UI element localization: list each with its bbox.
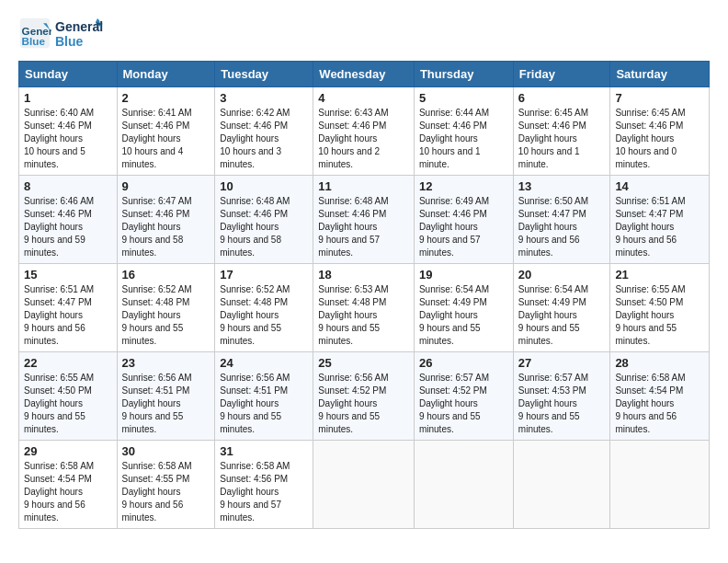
- logo: General Blue General Blue: [18, 15, 103, 52]
- day-info: Sunrise: 6:57 AM Sunset: 4:53 PM Dayligh…: [518, 373, 588, 434]
- day-number: 14: [615, 179, 704, 193]
- day-number: 7: [615, 91, 704, 105]
- day-info: Sunrise: 6:51 AM Sunset: 4:47 PM Dayligh…: [24, 284, 94, 346]
- day-number: 15: [24, 268, 112, 282]
- day-info: Sunrise: 6:45 AM Sunset: 4:46 PM Dayligh…: [615, 108, 685, 169]
- day-info: Sunrise: 6:54 AM Sunset: 4:49 PM Dayligh…: [419, 284, 489, 346]
- calendar-cell: 14 Sunrise: 6:51 AM Sunset: 4:47 PM Dayl…: [610, 176, 710, 264]
- calendar-day-header: Monday: [117, 62, 215, 87]
- calendar-cell: 26 Sunrise: 6:57 AM Sunset: 4:52 PM Dayl…: [414, 352, 513, 441]
- day-info: Sunrise: 6:44 AM Sunset: 4:46 PM Dayligh…: [419, 108, 489, 169]
- day-info: Sunrise: 6:48 AM Sunset: 4:46 PM Dayligh…: [318, 196, 388, 258]
- calendar-week-row: 22 Sunrise: 6:55 AM Sunset: 4:50 PM Dayl…: [19, 352, 710, 441]
- day-info: Sunrise: 6:57 AM Sunset: 4:52 PM Dayligh…: [419, 373, 489, 434]
- day-number: 11: [318, 179, 409, 193]
- day-info: Sunrise: 6:54 AM Sunset: 4:49 PM Dayligh…: [518, 284, 588, 346]
- day-number: 25: [318, 356, 409, 370]
- day-number: 4: [318, 91, 409, 105]
- calendar-week-row: 29 Sunrise: 6:58 AM Sunset: 4:54 PM Dayl…: [19, 441, 710, 529]
- day-number: 21: [615, 268, 704, 282]
- day-number: 28: [615, 356, 704, 370]
- calendar-cell: 11 Sunrise: 6:48 AM Sunset: 4:46 PM Dayl…: [313, 176, 415, 264]
- day-info: Sunrise: 6:40 AM Sunset: 4:46 PM Dayligh…: [24, 108, 94, 169]
- calendar-day-header: Wednesday: [313, 62, 415, 87]
- logo-icon: General Blue: [18, 17, 51, 50]
- calendar-cell: 4 Sunrise: 6:43 AM Sunset: 4:46 PM Dayli…: [313, 87, 415, 176]
- calendar-day-header: Thursday: [414, 62, 513, 87]
- svg-text:Blue: Blue: [55, 34, 84, 49]
- day-number: 5: [419, 91, 508, 105]
- calendar-cell: 21 Sunrise: 6:55 AM Sunset: 4:50 PM Dayl…: [610, 264, 710, 352]
- day-info: Sunrise: 6:56 AM Sunset: 4:51 PM Dayligh…: [122, 373, 192, 434]
- calendar-day-header: Tuesday: [215, 62, 313, 87]
- calendar-cell: [313, 441, 415, 529]
- calendar-week-row: 15 Sunrise: 6:51 AM Sunset: 4:47 PM Dayl…: [19, 264, 710, 352]
- page: General Blue General Blue: [0, 0, 728, 547]
- day-info: Sunrise: 6:51 AM Sunset: 4:47 PM Dayligh…: [615, 196, 685, 258]
- day-number: 22: [24, 356, 112, 370]
- day-number: 12: [419, 179, 508, 193]
- day-info: Sunrise: 6:42 AM Sunset: 4:46 PM Dayligh…: [220, 108, 290, 169]
- calendar-cell: [513, 441, 610, 529]
- calendar-cell: 9 Sunrise: 6:47 AM Sunset: 4:46 PM Dayli…: [117, 176, 215, 264]
- day-number: 26: [419, 356, 508, 370]
- day-info: Sunrise: 6:52 AM Sunset: 4:48 PM Dayligh…: [122, 284, 192, 346]
- day-number: 10: [220, 179, 308, 193]
- day-info: Sunrise: 6:52 AM Sunset: 4:48 PM Dayligh…: [220, 284, 290, 346]
- calendar-day-header: Saturday: [610, 62, 710, 87]
- calendar-cell: 2 Sunrise: 6:41 AM Sunset: 4:46 PM Dayli…: [117, 87, 215, 176]
- day-number: 24: [220, 356, 308, 370]
- day-number: 17: [220, 268, 308, 282]
- calendar-cell: [610, 441, 710, 529]
- calendar-table: SundayMondayTuesdayWednesdayThursdayFrid…: [18, 61, 710, 529]
- day-number: 9: [122, 179, 210, 193]
- calendar-cell: 19 Sunrise: 6:54 AM Sunset: 4:49 PM Dayl…: [414, 264, 513, 352]
- day-number: 13: [518, 179, 606, 193]
- calendar-cell: 13 Sunrise: 6:50 AM Sunset: 4:47 PM Dayl…: [513, 176, 610, 264]
- day-info: Sunrise: 6:47 AM Sunset: 4:46 PM Dayligh…: [122, 196, 192, 258]
- calendar-cell: 18 Sunrise: 6:53 AM Sunset: 4:48 PM Dayl…: [313, 264, 415, 352]
- svg-text:Blue: Blue: [22, 35, 46, 47]
- day-number: 1: [24, 91, 112, 105]
- day-info: Sunrise: 6:53 AM Sunset: 4:48 PM Dayligh…: [318, 284, 388, 346]
- calendar-cell: 16 Sunrise: 6:52 AM Sunset: 4:48 PM Dayl…: [117, 264, 215, 352]
- calendar-cell: 22 Sunrise: 6:55 AM Sunset: 4:50 PM Dayl…: [19, 352, 118, 441]
- day-info: Sunrise: 6:55 AM Sunset: 4:50 PM Dayligh…: [615, 284, 685, 346]
- day-number: 16: [122, 268, 210, 282]
- day-info: Sunrise: 6:58 AM Sunset: 4:54 PM Dayligh…: [615, 373, 685, 434]
- day-number: 29: [24, 444, 112, 458]
- logo-bird-icon: General Blue: [55, 15, 103, 52]
- calendar-cell: 12 Sunrise: 6:49 AM Sunset: 4:46 PM Dayl…: [414, 176, 513, 264]
- calendar-cell: 23 Sunrise: 6:56 AM Sunset: 4:51 PM Dayl…: [117, 352, 215, 441]
- calendar-cell: 24 Sunrise: 6:56 AM Sunset: 4:51 PM Dayl…: [215, 352, 313, 441]
- calendar-cell: 6 Sunrise: 6:45 AM Sunset: 4:46 PM Dayli…: [513, 87, 610, 176]
- calendar-cell: 29 Sunrise: 6:58 AM Sunset: 4:54 PM Dayl…: [19, 441, 118, 529]
- calendar-week-row: 8 Sunrise: 6:46 AM Sunset: 4:46 PM Dayli…: [19, 176, 710, 264]
- day-info: Sunrise: 6:46 AM Sunset: 4:46 PM Dayligh…: [24, 196, 94, 258]
- day-info: Sunrise: 6:49 AM Sunset: 4:46 PM Dayligh…: [419, 196, 489, 258]
- calendar-cell: 3 Sunrise: 6:42 AM Sunset: 4:46 PM Dayli…: [215, 87, 313, 176]
- day-number: 20: [518, 268, 606, 282]
- calendar-cell: 27 Sunrise: 6:57 AM Sunset: 4:53 PM Dayl…: [513, 352, 610, 441]
- day-info: Sunrise: 6:48 AM Sunset: 4:46 PM Dayligh…: [220, 196, 290, 258]
- calendar-header-row: SundayMondayTuesdayWednesdayThursdayFrid…: [19, 62, 710, 87]
- day-info: Sunrise: 6:58 AM Sunset: 4:56 PM Dayligh…: [220, 461, 290, 523]
- day-info: Sunrise: 6:43 AM Sunset: 4:46 PM Dayligh…: [318, 108, 388, 169]
- calendar-cell: 31 Sunrise: 6:58 AM Sunset: 4:56 PM Dayl…: [215, 441, 313, 529]
- day-info: Sunrise: 6:58 AM Sunset: 4:54 PM Dayligh…: [24, 461, 94, 523]
- day-info: Sunrise: 6:41 AM Sunset: 4:46 PM Dayligh…: [122, 108, 192, 169]
- day-number: 18: [318, 268, 409, 282]
- day-info: Sunrise: 6:56 AM Sunset: 4:51 PM Dayligh…: [220, 373, 290, 434]
- calendar-cell: 30 Sunrise: 6:58 AM Sunset: 4:55 PM Dayl…: [117, 441, 215, 529]
- day-number: 2: [122, 91, 210, 105]
- day-info: Sunrise: 6:55 AM Sunset: 4:50 PM Dayligh…: [24, 373, 94, 434]
- calendar-cell: 1 Sunrise: 6:40 AM Sunset: 4:46 PM Dayli…: [19, 87, 118, 176]
- day-number: 27: [518, 356, 606, 370]
- calendar-cell: 8 Sunrise: 6:46 AM Sunset: 4:46 PM Dayli…: [19, 176, 118, 264]
- header: General Blue General Blue: [18, 15, 710, 52]
- day-number: 3: [220, 91, 308, 105]
- day-number: 19: [419, 268, 508, 282]
- day-info: Sunrise: 6:56 AM Sunset: 4:52 PM Dayligh…: [318, 373, 388, 434]
- calendar-cell: [414, 441, 513, 529]
- day-info: Sunrise: 6:58 AM Sunset: 4:55 PM Dayligh…: [122, 461, 192, 523]
